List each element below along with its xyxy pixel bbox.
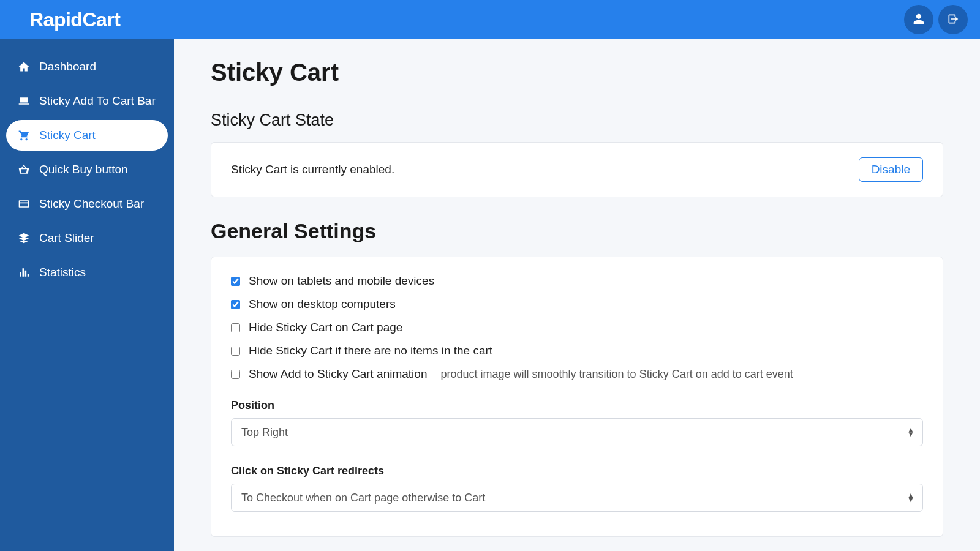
layers-icon <box>17 232 31 244</box>
check-label: Show on tablets and mobile devices <box>249 274 434 288</box>
check-animation: Show Add to Sticky Cart animation produc… <box>231 367 923 381</box>
laptop-icon <box>17 95 31 107</box>
check-show-desktop: Show on desktop computers <box>231 298 923 311</box>
app-header: RapidCart <box>0 0 980 39</box>
sidebar-item-label: Sticky Cart <box>39 129 96 142</box>
sidebar-item-label: Statistics <box>39 266 86 279</box>
redirect-select-wrap: To Checkout when on Cart page otherwise … <box>231 484 923 512</box>
check-label: Show Add to Sticky Cart animation <box>249 367 427 381</box>
home-icon <box>17 61 31 73</box>
sidebar-item-label: Quick Buy button <box>39 163 128 176</box>
logout-button[interactable] <box>938 5 968 34</box>
header-actions <box>904 5 968 34</box>
check-hide-on-cart-input[interactable] <box>231 323 240 332</box>
general-settings-card: Show on tablets and mobile devices Show … <box>211 257 943 537</box>
check-show-tablets: Show on tablets and mobile devices <box>231 274 923 288</box>
page-title: Sticky Cart <box>211 59 943 86</box>
card-icon <box>17 198 31 210</box>
position-select[interactable]: Top Right <box>231 418 923 446</box>
general-heading: General Settings <box>211 219 943 243</box>
position-label: Position <box>231 399 923 412</box>
cart-icon <box>17 129 31 141</box>
sidebar-item-label: Sticky Add To Cart Bar <box>39 94 156 108</box>
main-content: Sticky Cart Sticky Cart State Sticky Car… <box>174 39 980 551</box>
state-card: Sticky Cart is currently enabled. Disabl… <box>211 142 943 197</box>
basket-icon <box>17 163 31 176</box>
position-select-wrap: Top Right ▲▼ <box>231 418 923 446</box>
sidebar-item-sticky-add-to-cart-bar[interactable]: Sticky Add To Cart Bar <box>6 86 168 116</box>
check-animation-input[interactable] <box>231 370 240 379</box>
disable-button[interactable]: Disable <box>859 157 923 182</box>
check-hide-empty-input[interactable] <box>231 347 240 356</box>
sidebar-item-statistics[interactable]: Statistics <box>6 257 168 288</box>
sidebar-item-label: Dashboard <box>39 60 96 73</box>
user-icon <box>913 13 925 27</box>
check-label: Hide Sticky Cart if there are no items i… <box>249 344 492 358</box>
check-hide-on-cart: Hide Sticky Cart on Cart page <box>231 321 923 334</box>
sidebar-item-dashboard[interactable]: Dashboard <box>6 51 168 82</box>
sidebar-item-label: Cart Slider <box>39 231 94 245</box>
user-button[interactable] <box>904 5 933 34</box>
logo: RapidCart <box>29 9 120 31</box>
sidebar-item-quick-buy[interactable]: Quick Buy button <box>6 154 168 185</box>
sidebar-item-sticky-checkout-bar[interactable]: Sticky Checkout Bar <box>6 189 168 219</box>
redirect-select[interactable]: To Checkout when on Cart page otherwise … <box>231 484 923 512</box>
sidebar-item-cart-slider[interactable]: Cart Slider <box>6 223 168 253</box>
sidebar-item-label: Sticky Checkout Bar <box>39 197 144 211</box>
check-label: Hide Sticky Cart on Cart page <box>249 321 402 334</box>
state-text: Sticky Cart is currently enabled. <box>231 163 394 176</box>
logout-icon <box>947 13 959 27</box>
chart-icon <box>17 266 31 279</box>
check-hide-empty: Hide Sticky Cart if there are no items i… <box>231 344 923 358</box>
check-label: Show on desktop computers <box>249 298 396 311</box>
check-show-desktop-input[interactable] <box>231 300 240 309</box>
sidebar-item-sticky-cart[interactable]: Sticky Cart <box>6 120 168 151</box>
check-hint: product image will smoothly transition t… <box>440 368 793 381</box>
redirect-label: Click on Sticky Cart redirects <box>231 465 923 478</box>
state-heading: Sticky Cart State <box>211 111 943 130</box>
check-show-tablets-input[interactable] <box>231 277 240 286</box>
sidebar: Dashboard Sticky Add To Cart Bar Sticky … <box>0 39 174 551</box>
